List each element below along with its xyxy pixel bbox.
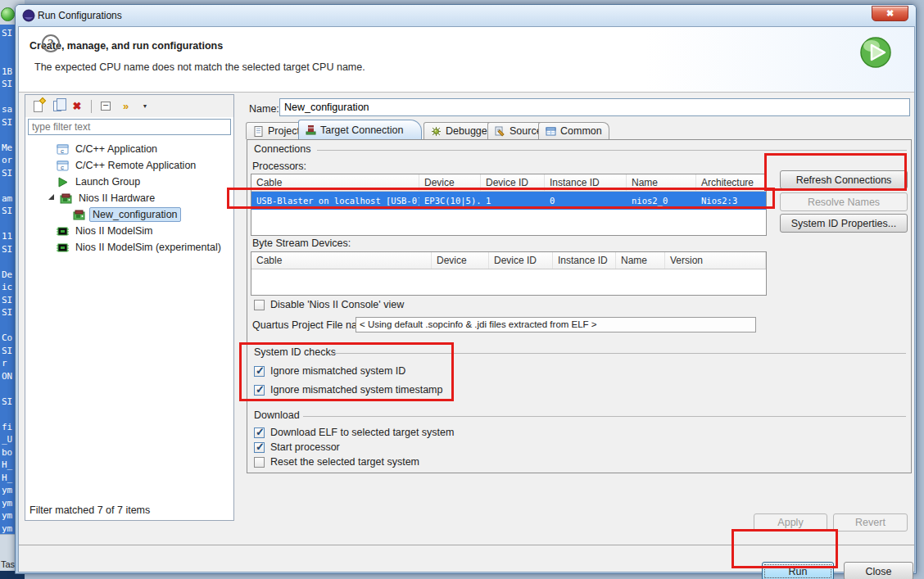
column-header[interactable]: Name [616, 252, 665, 269]
tab-label: Project [268, 125, 300, 137]
dialog-body: Create, manage, and run configurations T… [18, 26, 915, 572]
byte-stream-table[interactable]: Cable Device Device ID Instance ID Name … [251, 251, 767, 296]
background-run-icon [1, 7, 15, 21]
delete-config-icon[interactable]: ✖ [69, 98, 85, 115]
tab-label: Source [510, 125, 542, 137]
checkbox-checked[interactable] [254, 442, 265, 453]
nios-hardware-icon [60, 193, 72, 204]
run-configurations-dialog: Run Configurations ✖ Create, manage, and… [15, 4, 917, 574]
svg-text:c: c [61, 147, 64, 155]
tab-label: Debugger [446, 125, 491, 137]
checkbox-unchecked[interactable] [254, 457, 265, 468]
column-header[interactable]: Cable [251, 252, 432, 269]
tree-item-label: Nios II ModelSim (experimental) [73, 241, 224, 254]
download-elf-option[interactable]: Download ELF to selected target system [254, 427, 454, 438]
close-button[interactable]: Close [844, 562, 913, 579]
c-application-icon: c [57, 144, 69, 155]
checkbox-label: Start processor [270, 441, 340, 453]
tab-target-connection[interactable]: Target Connection [298, 120, 422, 139]
window-close-button[interactable]: ✖ [872, 6, 908, 21]
title-bar[interactable]: Run Configurations ✖ [16, 5, 916, 26]
column-header[interactable]: Instance ID [553, 252, 616, 269]
tree-item-label: Nios II ModelSim [73, 224, 155, 237]
tree-item-label: Launch Group [73, 175, 143, 188]
source-tab-icon [495, 126, 505, 137]
disable-console-option[interactable]: Disable 'Nios II Console' view [254, 299, 404, 310]
download-section-line [303, 416, 906, 417]
processors-label: Processors: [252, 161, 306, 172]
tree-item-new-configuration[interactable]: New_configuration [25, 206, 233, 223]
tree-item-nios-modelsim[interactable]: Nios II ModelSim [25, 223, 233, 239]
revert-button[interactable]: Revert [833, 513, 908, 532]
banner-message: The expected CPU name does not match the… [34, 61, 365, 73]
launch-group-icon [57, 177, 69, 188]
tree-item-label: Nios II Hardware [76, 192, 157, 205]
dropdown-arrow-icon[interactable]: ▼ [137, 98, 153, 115]
tab-label: Target Connection [320, 124, 403, 136]
nios-hardware-icon [73, 210, 85, 220]
annotation-processor-row [227, 188, 775, 209]
toolbar-separator [91, 100, 92, 113]
connections-section-title: Connections [254, 143, 311, 155]
tree-item-label: C/C++ Application [73, 142, 160, 156]
collapse-all-icon[interactable] [97, 98, 114, 115]
modelsim-icon [57, 226, 69, 237]
project-tab-icon [253, 126, 264, 137]
checkbox-label: Reset the selected target system [270, 456, 419, 468]
start-processor-option[interactable]: Start processor [254, 441, 340, 453]
quartus-file-field[interactable]: < Using default .sopcinfo & .jdi files e… [356, 317, 756, 332]
header-banner: Create, manage, and run configurations T… [19, 27, 914, 93]
tree-item-label-selected: New_configuration [89, 207, 181, 222]
tree-item-cpp-application[interactable]: c C/C++ Application [25, 141, 233, 157]
filter-config-icon[interactable]: » [117, 98, 134, 115]
checkbox-unchecked[interactable] [254, 300, 265, 310]
new-config-icon[interactable] [29, 98, 46, 115]
tab-common[interactable]: Common [538, 122, 609, 139]
modelsim-icon [57, 242, 69, 253]
filter-status: Filter matched 7 of 7 items [25, 500, 233, 520]
background-editor-text: SI 1B SI sa SI Me or SI am SI 11 SI De i… [2, 27, 12, 534]
checkbox-label: Download ELF to selected target system [270, 427, 454, 438]
svg-text:c: c [61, 164, 64, 171]
download-title: Download [254, 409, 300, 421]
resolve-names-button[interactable]: Resolve Names [780, 192, 908, 211]
system-id-properties-button[interactable]: System ID Properties... [780, 214, 908, 233]
byte-stream-table-header: Cable Device Device ID Instance ID Name … [251, 252, 766, 269]
checkbox-checked[interactable] [254, 427, 265, 438]
tree-item-nios-hardware[interactable]: Nios II Hardware [25, 190, 233, 206]
configurations-tree: c C/C++ Application c C/C++ Remote Appli… [25, 138, 233, 500]
annotation-run-button [732, 529, 838, 568]
tree-item-cpp-remote-application[interactable]: c C/C++ Remote Application [25, 157, 233, 174]
annotation-system-id-checks [239, 342, 454, 401]
debugger-tab-icon [431, 126, 442, 137]
eclipse-icon [22, 9, 35, 22]
tree-item-launch-group[interactable]: Launch Group [25, 174, 233, 190]
tree-item-nios-modelsim-experimental[interactable]: Nios II ModelSim (experimental) [25, 239, 233, 256]
tree-item-label: C/C++ Remote Application [73, 159, 198, 172]
checkbox-label: Disable 'Nios II Console' view [270, 299, 404, 310]
background-tasks-tab: Tas [1, 559, 15, 569]
configurations-panel: ✖ » ▼ c C/C++ Application c C/ [25, 94, 234, 521]
target-connection-tab-icon [306, 124, 316, 135]
common-tab-icon [546, 126, 556, 137]
window-title: Run Configurations [38, 10, 122, 21]
annotation-refresh-connections [764, 153, 907, 191]
connections-section-line [317, 150, 907, 151]
reset-target-option[interactable]: Reset the selected target system [254, 456, 419, 468]
column-header[interactable]: Version [665, 252, 766, 269]
name-label: Name: [249, 103, 279, 115]
run-sphere-icon [859, 36, 892, 69]
filter-input[interactable] [28, 119, 231, 135]
byte-stream-label: Byte Stream Devices: [252, 237, 351, 249]
configurations-toolbar: ✖ » ▼ [25, 95, 233, 117]
tab-label: Common [560, 125, 602, 137]
name-input[interactable] [279, 98, 910, 116]
duplicate-config-icon[interactable] [49, 98, 66, 115]
help-icon[interactable]: ? [42, 34, 60, 52]
c-application-icon: c [57, 161, 69, 171]
column-header[interactable]: Device ID [489, 252, 553, 269]
tree-expand-icon[interactable] [48, 194, 57, 202]
column-header[interactable]: Device [432, 252, 489, 269]
